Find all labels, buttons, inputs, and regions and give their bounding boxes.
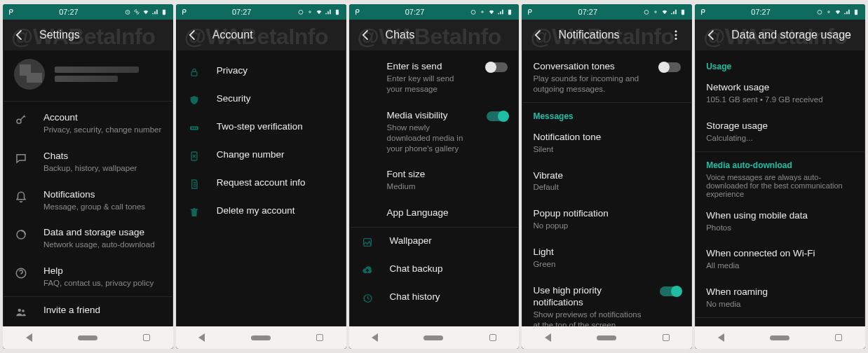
settings-item-account[interactable]: Account Privacy, security, change number <box>3 104 173 143</box>
status-time: 07:27 <box>13 8 124 16</box>
back-button[interactable] <box>705 28 719 42</box>
nav-home-icon[interactable] <box>251 335 271 340</box>
convtones-toggle[interactable] <box>660 62 681 72</box>
account-item-changenumber[interactable]: Change number <box>176 141 346 169</box>
item-label: Privacy <box>217 65 335 77</box>
back-button[interactable] <box>186 28 200 42</box>
profile-name-blurred <box>55 67 139 73</box>
svg-rect-30 <box>855 10 857 15</box>
alarm-icon <box>470 8 477 15</box>
data-item-wifi[interactable]: When connected on Wi-Fi All media <box>695 240 865 279</box>
chats-item-backup[interactable]: Chat backup <box>349 256 520 284</box>
settings-item-invite[interactable]: Invite a friend <box>3 297 173 326</box>
nfc-icon <box>306 8 313 15</box>
data-item-storage[interactable]: Storage usage Calculating... <box>695 113 865 151</box>
item-label: When roaming <box>706 286 854 298</box>
account-item-privacy[interactable]: Privacy <box>176 57 346 85</box>
data-item-network[interactable]: Network usage 105.1 GB sent • 7.9 GB rec… <box>695 74 865 113</box>
notif-msg-light[interactable]: Light Green <box>522 239 692 277</box>
nav-recent-icon[interactable] <box>143 334 150 341</box>
profile-row[interactable] <box>3 50 173 101</box>
more-button[interactable] <box>670 29 682 41</box>
nfc-icon <box>825 8 832 15</box>
item-sub: Play sounds for incoming and outgoing me… <box>533 74 644 95</box>
battery-icon <box>679 8 686 15</box>
nav-recent-icon[interactable] <box>663 334 670 341</box>
people-icon <box>14 305 28 319</box>
chats-item-fontsize[interactable]: Font size Medium <box>349 161 520 200</box>
nav-home-icon[interactable] <box>423 335 443 340</box>
header-bar: Settings <box>3 20 173 50</box>
item-label: Network usage <box>706 82 854 94</box>
key-icon <box>14 112 28 126</box>
settings-item-notifications[interactable]: Notifications Message, group & call tone… <box>3 181 173 220</box>
item-label: Notifications <box>43 189 162 201</box>
notif-msg-popup[interactable]: Popup notification No popup <box>522 200 692 239</box>
wifi-icon <box>142 8 149 15</box>
status-bar: ᑭ 07:27 <box>695 4 865 20</box>
item-label: Invite a friend <box>43 305 162 317</box>
nfc-icon <box>133 8 140 15</box>
nav-back-icon[interactable] <box>198 333 205 342</box>
notif-msg-tone[interactable]: Notification tone Silent <box>522 124 692 162</box>
notif-msg-hipri[interactable]: Use high priority notifications Show pre… <box>522 277 692 326</box>
status-time: 07:27 <box>532 8 643 16</box>
shield-icon <box>187 93 201 106</box>
svg-point-17 <box>471 11 475 15</box>
back-button[interactable] <box>13 28 27 42</box>
chat-icon <box>14 151 28 165</box>
status-time: 07:27 <box>705 8 816 16</box>
svg-point-27 <box>675 38 677 40</box>
twostep-icon <box>187 121 201 134</box>
chats-item-history[interactable]: Chat history <box>349 284 520 312</box>
status-p-icon: ᑭ <box>700 8 705 17</box>
avatar <box>14 59 45 90</box>
back-button[interactable] <box>531 28 545 42</box>
item-label: Security <box>217 93 335 105</box>
chats-item-media[interactable]: Media visibility Show newly downloaded m… <box>349 102 520 162</box>
item-label: Enter is send <box>387 61 472 73</box>
settings-item-chats[interactable]: Chats Backup, history, wallpaper <box>3 143 173 181</box>
settings-item-help[interactable]: Help FAQ, contact us, privacy policy <box>3 258 173 296</box>
media-toggle[interactable] <box>487 111 508 121</box>
alarm-icon <box>643 8 650 15</box>
back-button[interactable] <box>359 28 373 42</box>
nav-back-icon[interactable] <box>718 333 724 342</box>
hipri-toggle[interactable] <box>660 286 681 296</box>
enter-toggle[interactable] <box>487 62 508 72</box>
page-title: Settings <box>39 29 163 41</box>
chats-item-language[interactable]: App Language <box>349 200 520 227</box>
nav-back-icon[interactable] <box>26 333 32 342</box>
account-item-request[interactable]: Request account info <box>176 169 346 198</box>
nav-recent-icon[interactable] <box>316 334 323 341</box>
account-item-twostep[interactable]: Two-step verification <box>176 113 346 141</box>
notif-msg-vibrate[interactable]: Vibrate Default <box>522 162 692 201</box>
nav-home-icon[interactable] <box>770 335 789 340</box>
header-bar: Chats <box>349 20 520 50</box>
nav-home-icon[interactable] <box>78 335 97 340</box>
chats-item-wallpaper[interactable]: Wallpaper <box>349 228 520 256</box>
nav-recent-icon[interactable] <box>489 334 496 341</box>
item-label: Delete my account <box>217 205 335 217</box>
svg-point-1 <box>136 11 138 13</box>
nav-back-icon[interactable] <box>545 333 551 342</box>
account-item-delete[interactable]: Delete my account <box>176 198 346 226</box>
account-item-security[interactable]: Security <box>176 85 346 113</box>
data-item-mobile[interactable]: When using mobile data Photos <box>695 202 865 241</box>
item-label: Vibrate <box>533 170 681 182</box>
nav-back-icon[interactable] <box>372 333 378 342</box>
nav-recent-icon[interactable] <box>835 334 842 341</box>
item-sub: All media <box>706 261 854 271</box>
header-bar: Data and storage usage <box>695 20 865 50</box>
status-time: 07:27 <box>187 8 297 16</box>
settings-item-data[interactable]: Data and storage usage Network usage, au… <box>3 219 173 258</box>
svg-point-9 <box>308 11 311 13</box>
item-label: Media visibility <box>387 110 472 122</box>
status-p-icon: ᑭ <box>355 8 360 17</box>
svg-point-29 <box>828 11 830 13</box>
nav-home-icon[interactable] <box>597 335 616 340</box>
chats-item-enter[interactable]: Enter is send Enter key will send your m… <box>349 53 520 102</box>
item-sub: Photos <box>706 223 854 233</box>
notif-item-convtones[interactable]: Conversation tones Play sounds for incom… <box>522 53 692 102</box>
data-item-roaming[interactable]: When roaming No media <box>695 279 865 317</box>
